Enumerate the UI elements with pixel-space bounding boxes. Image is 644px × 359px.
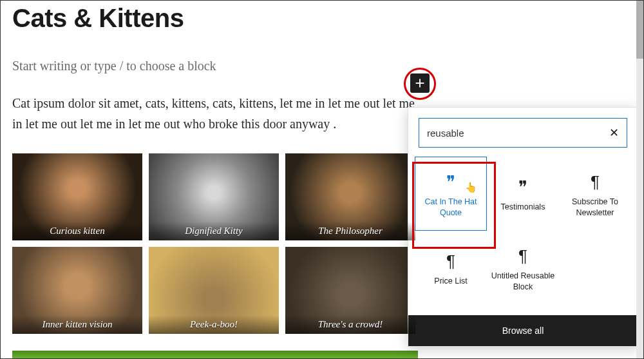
browse-all-button[interactable]: Browse all (408, 315, 638, 346)
block-option-testimonials[interactable]: ❞ Testimonials (487, 157, 559, 231)
add-block-button[interactable] (410, 73, 430, 93)
quote-icon: ❞ (518, 179, 527, 195)
gallery-caption: Curious kitten (12, 222, 142, 240)
gallery-item[interactable]: Inner kitten vision (12, 247, 142, 334)
block-inserter-popover: ✕ ❞ 👆 Cat In The Hat Quote ❞ Testimonial… (408, 107, 638, 347)
plus-icon (413, 76, 427, 90)
quote-icon: ❞ (446, 173, 455, 190)
cursor-icon: 👆 (465, 182, 477, 193)
block-option-price-list[interactable]: ¶ Price List (415, 231, 487, 305)
pilcrow-icon: ¶ (446, 253, 455, 269)
gallery-image-partial (12, 351, 418, 358)
block-label: Cat In The Hat Quote (419, 197, 482, 218)
gallery-caption: Inner kitten vision (12, 315, 142, 334)
gallery-item[interactable]: Peek-a-boo! (149, 247, 279, 334)
block-label: Untitled Reusable Block (491, 271, 555, 293)
block-results-grid: ❞ 👆 Cat In The Hat Quote ❞ Testimonials … (408, 157, 638, 315)
gallery-item[interactable]: Dignified Kitty (149, 153, 279, 240)
gallery-caption: Dignified Kitty (149, 222, 279, 240)
gallery-item[interactable]: Curious kitten (12, 153, 142, 240)
gallery-caption: Peek-a-boo! (149, 315, 279, 334)
scrollbar-thumb[interactable] (636, 1, 643, 59)
block-option-cat-quote[interactable]: ❞ 👆 Cat In The Hat Quote (415, 157, 487, 231)
block-label: Testimonials (501, 202, 545, 213)
block-option-untitled[interactable]: ¶ Untitled Reusable Block (487, 231, 559, 305)
block-search-input[interactable] (427, 128, 609, 139)
block-option-newsletter[interactable]: ¶ Subscribe To Newsletter (559, 157, 631, 231)
block-label: Subscribe To Newsletter (563, 197, 627, 218)
clear-search-icon[interactable]: ✕ (609, 126, 619, 140)
page-title[interactable]: Cats & Kittens (1, 1, 643, 33)
scrollbar-track[interactable] (636, 1, 643, 359)
block-label: Price List (434, 276, 467, 287)
pilcrow-icon: ¶ (591, 173, 600, 190)
gallery-caption: Three's a crowd! (285, 315, 415, 334)
search-box: ✕ (419, 118, 627, 148)
gallery-item[interactable]: Three's a crowd! (285, 247, 415, 334)
gallery-caption: The Philosopher (285, 222, 415, 240)
block-placeholder[interactable]: Start writing or type / to choose a bloc… (1, 33, 643, 73)
gallery-item[interactable]: The Philosopher (285, 153, 415, 240)
pilcrow-icon: ¶ (518, 247, 527, 264)
